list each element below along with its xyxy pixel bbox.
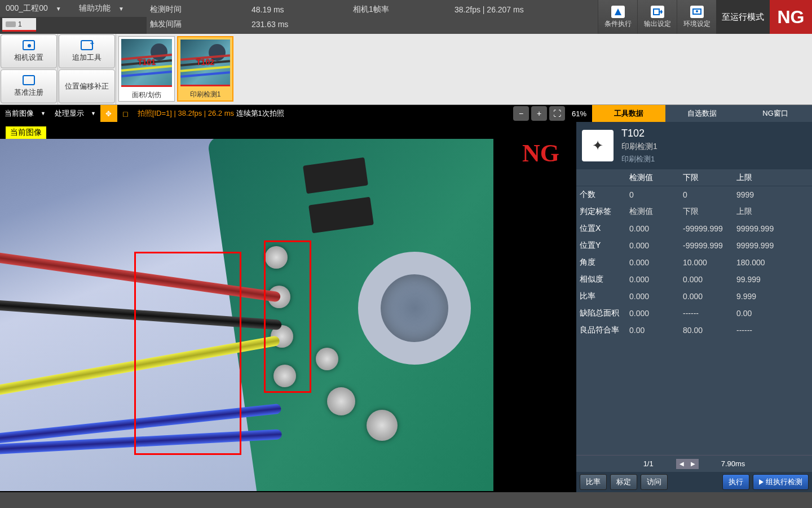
panel-footer: 比率 标定 访问 执行 组执行检测 [576, 472, 812, 492]
target-icon-button[interactable]: ✥ [100, 105, 117, 122]
cond-exec-button[interactable]: 条件执行 [598, 0, 637, 34]
zoom-in-icon: + [537, 109, 541, 118]
image-source-dropdown[interactable]: 当前图像▼ [0, 105, 50, 122]
tab-custom-data[interactable]: 自选数据 [665, 105, 739, 122]
pos-correction-button[interactable]: 位置偏移补正 [59, 69, 115, 103]
cond-exec-icon [611, 6, 625, 18]
fit-icon: ⛶ [553, 109, 561, 118]
svg-rect-0 [654, 9, 659, 15]
trigger-label: 触发间隔 [150, 19, 251, 29]
camera-setting-button[interactable]: 相机设置 [1, 34, 57, 68]
zoom-out-button[interactable]: − [513, 106, 529, 121]
thumb-t102-caption: 印刷检测1 [178, 89, 232, 100]
page-prev-button[interactable]: ◀ [676, 459, 687, 469]
zoom-fit-button[interactable]: ⛶ [549, 106, 565, 121]
tool-id: T102 [621, 128, 657, 139]
thumb-t102[interactable]: T102 印刷检测1 [177, 36, 233, 102]
roi-box-1 [134, 252, 241, 455]
aux-dropdown-label: 辅助功能 [79, 3, 111, 14]
project-dropdown[interactable]: 000_工程00 ▼ [0, 0, 73, 17]
zoom-out-icon: − [519, 109, 523, 118]
table-row: 位置Y0.000-99999.99999999.999 [576, 237, 812, 254]
zoom-level: 61% [566, 110, 592, 118]
pager: 1/1 ◀▶ 7.90ms [576, 455, 812, 472]
ref-register-icon [23, 75, 35, 85]
thumb-t102-id: T102 [196, 58, 214, 67]
table-row: 缺陷总面积0.000------0.00 [576, 305, 812, 322]
camera-tab-1[interactable]: 1 [2, 18, 36, 32]
detect-time-label: 检测时间 [150, 5, 251, 15]
capture-info: 拍照[ID=1] | 38.2fps | 26.2 ms 连续第1次拍照 [134, 108, 284, 119]
image-pane[interactable]: 当前图像 NG [0, 122, 576, 492]
camera-icon [6, 21, 16, 27]
table-row: 角度0.00010.000180.000 [576, 254, 812, 271]
caret-down-icon: ▼ [56, 6, 61, 12]
tool-row: 相机设置 基准注册 + 追加工具 位置偏移补正 T101 面积/划伤 [0, 34, 812, 105]
run-mode-button[interactable]: 至运行模式 [716, 0, 770, 34]
tab-tool-data[interactable]: 工具数据 [592, 105, 665, 122]
pcb-image [0, 139, 493, 491]
table-row: 相似度0.0000.00099.999 [576, 271, 812, 288]
right-panel: ✦ T102 印刷检测1 印刷检测1 检测值 下限 上限 个数009999判定标… [576, 122, 812, 492]
table-row: 判定标签检测值下限上限 [576, 203, 812, 220]
data-table: 检测值 下限 上限 个数009999判定标签检测值下限上限位置X0.000-99… [576, 169, 812, 455]
project-dropdown-label: 000_工程00 [6, 3, 48, 14]
execute-button[interactable]: 执行 [722, 474, 749, 490]
group-execute-button[interactable]: 组执行检测 [753, 474, 809, 490]
env-setting-icon [690, 6, 704, 18]
mid-toolbar: 当前图像▼ 处理显示▼ ✥ ◻ 拍照[ID=1] | 38.2fps | 26.… [0, 105, 812, 122]
add-tool-icon: + [81, 40, 93, 50]
svg-point-2 [696, 10, 698, 12]
calibrate-button[interactable]: 标定 [610, 474, 637, 490]
page-next-button[interactable]: ▶ [687, 459, 699, 469]
tool-icon: ✦ [582, 130, 614, 161]
ng-overlay: NG [522, 139, 559, 168]
crop-icon-button[interactable]: ◻ [117, 105, 134, 122]
table-row: 比率0.0000.0009.999 [576, 288, 812, 305]
exec-time: 7.90ms [721, 459, 745, 468]
ratio-button[interactable]: 比率 [580, 474, 607, 490]
output-setting-icon [651, 6, 664, 18]
camera-setting-icon [23, 40, 35, 50]
crop-icon: ◻ [122, 110, 129, 118]
thumb-t101[interactable]: T101 面积/划伤 [118, 36, 175, 102]
ref-register-button[interactable]: 基准注册 [1, 69, 57, 103]
table-row: 个数009999 [576, 186, 812, 203]
cam-rate-value: 38.2fps | 26.207 ms [454, 5, 556, 14]
tool-header: ✦ T102 印刷检测1 印刷检测1 [576, 122, 812, 169]
header-stats: 检测时间 48.19 ms 相机1帧率 38.2fps | 26.207 ms … [147, 0, 598, 34]
tool-thumbnails: T101 面积/划伤 T102 印刷检测1 [116, 34, 812, 104]
roi-box-2 [264, 240, 311, 393]
add-tool-button[interactable]: + 追加工具 [59, 34, 115, 68]
page-indicator: 1/1 [643, 459, 654, 468]
ng-status-box: NG [770, 0, 812, 34]
table-row: 良品符合率0.0080.00------ [576, 322, 812, 339]
trigger-value: 231.63 ms [251, 20, 353, 29]
zoom-in-button[interactable]: + [531, 106, 547, 121]
current-image-tag: 当前图像 [6, 126, 46, 139]
tool-name: 印刷检测1 [621, 142, 657, 152]
env-setting-button[interactable]: 环境设定 [677, 0, 716, 34]
caret-down-icon: ▼ [41, 111, 46, 116]
caret-down-icon: ▼ [91, 111, 96, 116]
caret-down-icon: ▼ [118, 6, 124, 12]
output-setting-button[interactable]: 输出设定 [637, 0, 677, 34]
cam-rate-label: 相机1帧率 [353, 5, 454, 15]
thumb-t101-caption: 面积/划伤 [119, 89, 174, 101]
table-row: 位置X0.000-99999.99999999.999 [576, 220, 812, 237]
tab-ng-window[interactable]: NG窗口 [739, 105, 812, 122]
access-button[interactable]: 访问 [641, 474, 668, 490]
detect-time-value: 48.19 ms [251, 5, 353, 14]
table-header: 检测值 下限 上限 [576, 169, 812, 186]
play-icon [759, 479, 764, 485]
target-icon: ✥ [105, 110, 112, 118]
display-mode-dropdown[interactable]: 处理显示▼ [50, 105, 100, 122]
main-area: 当前图像 NG ✦ T102 印刷检测 [0, 122, 812, 492]
thumb-t101-id: T101 [138, 58, 156, 67]
tool-sub: 印刷检测1 [621, 154, 657, 164]
aux-dropdown[interactable]: 辅助功能 ▼ [73, 0, 147, 17]
